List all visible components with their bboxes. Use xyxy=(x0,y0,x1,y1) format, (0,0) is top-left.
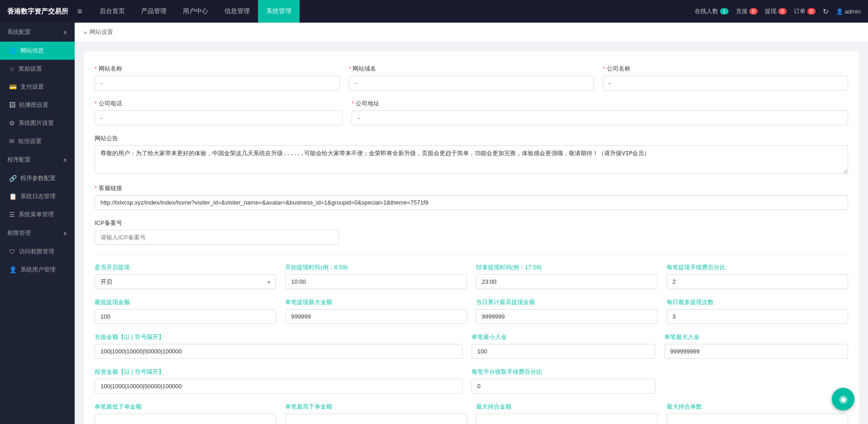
company-name-input[interactable] xyxy=(603,76,848,91)
max-hold-input[interactable] xyxy=(476,414,658,424)
max-single-withdraw-input[interactable] xyxy=(285,309,467,324)
max-daily-times-input[interactable] xyxy=(667,309,848,324)
customer-link-input[interactable] xyxy=(95,195,848,210)
withdraw-start-input[interactable] xyxy=(285,274,467,289)
form-row-2: 公司电话 公司地址 xyxy=(95,100,848,125)
layout: 系统配置 ∧ 🌐 网站信息 ☆ 奖励设置 💳 支付设置 🖼 轮播图设置 ⚙ 系统… xyxy=(0,23,868,424)
sidebar-item-carousel[interactable]: 🖼 轮播图设置 xyxy=(0,96,75,114)
recharge-count: 充值 0 xyxy=(736,7,758,15)
form-group-min-recharge: 单笔最小入金 xyxy=(472,333,655,359)
max-daily-withdraw-input[interactable] xyxy=(476,309,658,324)
nav-info[interactable]: 信息管理 xyxy=(216,0,258,23)
sidebar-item-system-images[interactable]: ⚙ 系统图片设置 xyxy=(0,114,75,132)
sidebar-item-system-logs[interactable]: 📋 系统日志管理 xyxy=(0,187,75,205)
recharge-amounts-label: 充值金额【以 | 符号隔开】 xyxy=(95,333,463,341)
shield-icon: 🛡 xyxy=(9,248,15,255)
refresh-icon[interactable]: ↻ xyxy=(823,7,829,16)
site-name-label: 网站名称 xyxy=(95,65,340,73)
site-name-input[interactable] xyxy=(95,76,340,91)
min-order-input[interactable] xyxy=(95,414,276,424)
withdraw-open-select-wrapper: 开启 关闭 xyxy=(95,274,276,289)
sidebar-item-reward[interactable]: ☆ 奖励设置 xyxy=(0,60,75,78)
float-button-icon: ◉ xyxy=(839,393,848,405)
platform-fee-input[interactable] xyxy=(472,379,655,394)
sidebar-item-access-control[interactable]: 🛡 访问权限管理 xyxy=(0,243,75,261)
sidebar-section-system-config[interactable]: 系统配置 ∧ xyxy=(0,23,75,42)
nav-users[interactable]: 用户中心 xyxy=(175,0,216,23)
min-order-label: 单笔最低下单金额 xyxy=(95,403,276,411)
max-daily-withdraw-label: 当日累计最高提现金额 xyxy=(476,298,658,306)
max-hold-count-input[interactable] xyxy=(667,414,848,424)
menu-icon[interactable]: ≡ xyxy=(77,7,82,16)
invest-amounts-input[interactable] xyxy=(95,379,463,394)
withdraw-fee-input[interactable] xyxy=(667,274,848,289)
form-row-order: 单笔最低下单金额 单笔最高下单金额 最大持合金额 最大持合单数 xyxy=(95,403,848,424)
form-row-withdraw-1: 是否开启提现 开启 关闭 开始提现时间(例：8:59) 结束提 xyxy=(95,263,848,289)
withdraw-fee-label: 每笔提现手续费百分比 xyxy=(667,263,848,272)
company-phone-input[interactable] xyxy=(95,110,343,125)
min-recharge-label: 单笔最小入金 xyxy=(472,333,655,341)
sidebar-item-payment[interactable]: 💳 支付设置 xyxy=(0,78,75,96)
nav-items: 后台首页 产品管理 用户中心 信息管理 系统管理 xyxy=(91,0,300,23)
announcement-label: 网站公告 xyxy=(95,134,848,143)
online-count: 在线人数 1 xyxy=(695,7,728,15)
breadcrumb: » 网站设置 xyxy=(75,23,868,42)
form-group-withdraw-open: 是否开启提现 开启 关闭 xyxy=(95,263,276,289)
sidebar: 系统配置 ∧ 🌐 网站信息 ☆ 奖励设置 💳 支付设置 🖼 轮播图设置 ⚙ 系统… xyxy=(0,23,75,424)
icp-input[interactable] xyxy=(95,230,339,245)
max-recharge-input[interactable] xyxy=(664,344,848,359)
withdraw-open-select[interactable]: 开启 关闭 xyxy=(95,274,276,289)
breadcrumb-arrow: » xyxy=(84,29,87,36)
withdraw-end-input[interactable] xyxy=(476,274,658,289)
company-phone-label: 公司电话 xyxy=(95,100,343,108)
menu-manage-icon: ☰ xyxy=(9,211,15,218)
breadcrumb-page: 网站设置 xyxy=(90,28,113,36)
order-count: 订单 0 xyxy=(794,7,816,15)
recharge-amounts-input[interactable] xyxy=(95,344,463,359)
sidebar-item-system-users[interactable]: 👤 系统用户管理 xyxy=(0,261,75,279)
customer-link-label: 客服链接 xyxy=(95,184,848,192)
sidebar-item-sms[interactable]: ✉ 短信设置 xyxy=(0,132,75,150)
nav-products[interactable]: 产品管理 xyxy=(133,0,175,23)
form-group-max-hold: 最大持合金额 xyxy=(476,403,658,424)
max-daily-times-label: 每日最多提现次数 xyxy=(667,298,848,306)
form-group-withdraw-start: 开始提现时间(例：8:59) xyxy=(285,263,467,289)
invest-amounts-label: 投资金额【以 | 符号隔开】 xyxy=(95,368,463,376)
company-address-label: 公司地址 xyxy=(352,100,848,108)
site-domain-input[interactable] xyxy=(349,76,594,91)
form-group-site-domain: 网站域名 xyxy=(349,65,594,91)
min-recharge-input[interactable] xyxy=(472,344,655,359)
form-group-min-order: 单笔最低下单金额 xyxy=(95,403,276,424)
announcement-input[interactable]: 尊敬的用户：为了给大家带来更好的体验，中国金荣这几天系统在升级......可能会… xyxy=(95,145,848,174)
max-hold-count-label: 最大持合单数 xyxy=(667,403,848,411)
nav-home[interactable]: 后台首页 xyxy=(91,0,133,23)
sidebar-item-website-info[interactable]: 🌐 网站信息 xyxy=(0,42,75,60)
max-order-input[interactable] xyxy=(285,414,467,424)
sidebar-item-program-params[interactable]: 🔗 程序参数配置 xyxy=(0,169,75,187)
company-address-input[interactable] xyxy=(352,110,848,125)
float-button[interactable]: ◉ xyxy=(832,388,854,410)
form-row-recharge: 充值金额【以 | 符号隔开】 单笔最小入金 单笔最大入金 xyxy=(95,333,848,359)
form-group-max-hold-count: 最大持合单数 xyxy=(667,403,848,424)
form-row-icp: ICP备案号 xyxy=(95,219,848,245)
max-order-label: 单笔最高下单金额 xyxy=(285,403,467,411)
form-container: 网站名称 网站域名 公司名称 公司电话 xyxy=(75,42,868,424)
form-group-withdraw-end: 结束提现时间(例：17:59) xyxy=(476,263,658,289)
min-withdraw-input[interactable] xyxy=(95,309,276,324)
form-row-withdraw-2: 最低提现金额 单笔提现最大金额 当日累计最高提现金额 每日最多提现次数 xyxy=(95,298,848,324)
nav-system[interactable]: 系统管理 xyxy=(258,0,300,23)
sidebar-section-program-config[interactable]: 程序配置 ∧ xyxy=(0,150,75,169)
withdraw-open-label: 是否开启提现 xyxy=(95,263,276,272)
max-hold-label: 最大持合金额 xyxy=(476,403,658,411)
star-icon: ☆ xyxy=(9,65,15,72)
globe-icon: 🌐 xyxy=(9,47,17,54)
brand-name: 香港数字资产交易所 xyxy=(7,7,68,16)
form-group-customer-link: 客服链接 xyxy=(95,184,848,210)
sidebar-item-menu-management[interactable]: ☰ 系统菜单管理 xyxy=(0,205,75,224)
form-group-max-single-withdraw: 单笔提现最大金额 xyxy=(285,298,467,324)
form-row-1: 网站名称 网站域名 公司名称 xyxy=(95,65,848,91)
sidebar-section-permission[interactable]: 权限管理 ∧ xyxy=(0,224,75,243)
form-row-invest: 投资金额【以 | 符号隔开】 每笔平台收取手续费百分比 xyxy=(95,368,848,394)
image-icon: 🖼 xyxy=(9,101,15,109)
icp-label: ICP备案号 xyxy=(95,219,339,227)
